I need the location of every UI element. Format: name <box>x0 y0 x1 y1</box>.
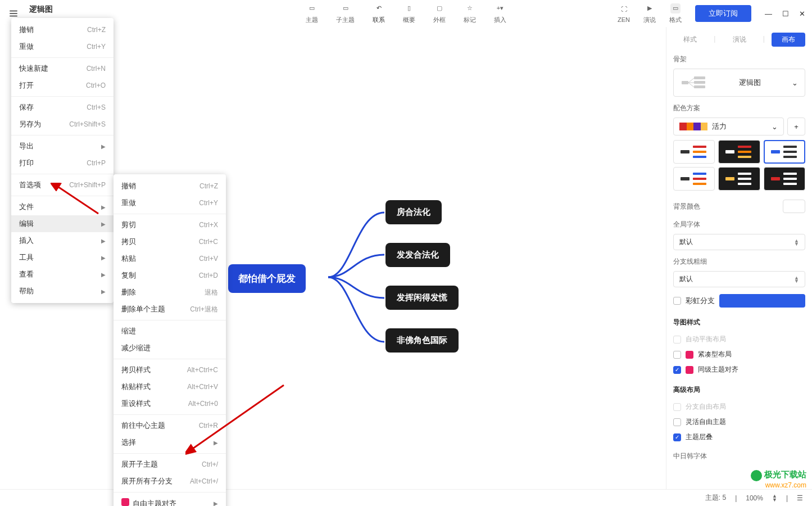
submenu-expandall[interactable]: 展开所有子分支Alt+Ctrl+/ <box>114 473 226 490</box>
menu-insert[interactable]: 插入▶ <box>11 232 114 249</box>
svg-rect-32 <box>771 177 780 180</box>
menu-saveas[interactable]: 另存为Ctrl+Shift+S <box>11 116 114 133</box>
menu-edit[interactable]: 编辑▶ <box>11 215 114 232</box>
theme-thumb-6[interactable] <box>764 167 805 191</box>
submenu-paste[interactable]: 粘贴Ctrl+V <box>114 250 226 267</box>
status-topics: 主题: 5 <box>705 493 726 503</box>
relation-icon: ↶ <box>374 3 384 13</box>
submenu-freealign[interactable]: 自由主题对齐▶ <box>114 495 226 506</box>
menu-file[interactable]: 文件▶ <box>11 198 114 215</box>
flexfree-checkbox[interactable] <box>673 418 681 426</box>
toolbar-insert[interactable]: +▾插入 <box>494 3 506 24</box>
theme-thumb-4[interactable] <box>673 167 715 191</box>
branchwidth-select[interactable]: 默认▲▼ <box>673 271 805 287</box>
menu-redo[interactable]: 重做Ctrl+Y <box>11 38 114 55</box>
toolbar-marker[interactable]: ☆标记 <box>464 3 476 24</box>
menu-preferences[interactable]: 首选项Ctrl+Shift+P <box>11 177 114 193</box>
compact-row[interactable]: 紧凑型布局 <box>673 347 805 362</box>
submenu-outdent[interactable]: 减少缩进 <box>114 340 226 356</box>
overlap-checkbox[interactable]: ✓ <box>673 433 681 441</box>
toolbar-right: ⛶ZEN ▶演说 ▭格式 立即订阅 — ☐ ✕ <box>618 3 805 24</box>
submenu-pastestyle[interactable]: 粘贴样式Alt+Ctrl+V <box>114 378 226 395</box>
branchfree-row[interactable]: 分支自由布局 <box>673 399 805 414</box>
watermark-icon <box>751 470 762 481</box>
menu-view[interactable]: 查看▶ <box>11 266 114 283</box>
menu-open[interactable]: 打开Ctrl+O <box>11 77 114 94</box>
submenu-undo[interactable]: 撤销Ctrl+Z <box>114 178 226 195</box>
flexfree-row[interactable]: 灵活自由主题 <box>673 414 805 430</box>
submenu-expandsub[interactable]: 展开子主题Ctrl+/ <box>114 456 226 473</box>
subtopic-icon: ▭ <box>341 3 351 13</box>
tab-canvas[interactable]: 画布 <box>772 33 805 47</box>
submenu-copystyle[interactable]: 拷贝样式Alt+Ctrl+C <box>114 362 226 378</box>
tab-style[interactable]: 样式 <box>673 33 707 47</box>
svg-rect-22 <box>783 151 797 153</box>
status-zoom[interactable]: 100% <box>746 494 763 502</box>
menu-export[interactable]: 导出▶ <box>11 138 114 155</box>
skeleton-preview-icon <box>681 75 707 91</box>
toolbar-boundary[interactable]: ▢外框 <box>433 3 446 24</box>
menu-save[interactable]: 保存Ctrl+S <box>11 99 114 116</box>
submenu-cut[interactable]: 剪切Ctrl+X <box>114 216 226 233</box>
samelevel-checkbox[interactable]: ✓ <box>673 366 681 374</box>
submenu-deletesingle[interactable]: 删除单个主题Ctrl+退格 <box>114 301 226 318</box>
compact-checkbox[interactable] <box>673 351 681 359</box>
close-button[interactable]: ✕ <box>799 10 805 18</box>
bgcolor-swatch[interactable] <box>783 200 805 213</box>
child-topic-4[interactable]: 非佛角色国际 <box>385 328 459 353</box>
submenu-delete[interactable]: 删除退格 <box>114 284 226 301</box>
tab-present[interactable]: 演说 <box>722 33 756 47</box>
submenu-copy[interactable]: 拷贝Ctrl+C <box>114 233 226 250</box>
submenu-redo[interactable]: 重做Ctrl+Y <box>114 195 226 211</box>
colorscheme-select[interactable]: 活力 ⌄ <box>673 118 784 135</box>
autobalance-row[interactable]: 自动平衡布局 <box>673 332 805 347</box>
submenu-gotocenter[interactable]: 前往中心主题Ctrl+R <box>114 417 226 434</box>
menu-print[interactable]: 打印Ctrl+P <box>11 155 114 171</box>
chevron-right-icon: ▶ <box>101 272 106 278</box>
subscribe-button[interactable]: 立即订阅 <box>695 5 751 22</box>
samelevel-row[interactable]: ✓同级主题对齐 <box>673 362 805 377</box>
svg-rect-16 <box>725 150 734 153</box>
theme-thumb-2[interactable] <box>718 140 760 164</box>
menu-undo[interactable]: 撤销Ctrl+Z <box>11 21 114 38</box>
submenu-duplicate[interactable]: 复制Ctrl+D <box>114 267 226 284</box>
child-topic-1[interactable]: 房合法化 <box>385 200 442 224</box>
zoom-updown-icon[interactable]: ▲▼ <box>772 494 777 502</box>
add-scheme-button[interactable]: + <box>787 118 805 135</box>
pro-icon <box>686 351 693 359</box>
submenu-select[interactable]: 选择▶ <box>114 434 226 451</box>
submenu-indent[interactable]: 缩进 <box>114 323 226 340</box>
svg-rect-17 <box>738 146 751 148</box>
minimize-button[interactable]: — <box>765 10 772 18</box>
skeleton-select[interactable]: 逻辑图 ⌄ <box>673 69 805 97</box>
outline-icon[interactable]: ☰ <box>797 494 803 502</box>
zen-icon: ⛶ <box>619 4 629 14</box>
toolbar-format[interactable]: ▭格式 <box>669 3 682 24</box>
menu-quicknew[interactable]: 快速新建Ctrl+N <box>11 60 114 77</box>
toolbar-summary[interactable]: ▯概要 <box>403 3 415 24</box>
submenu-resetstyle[interactable]: 重设样式Alt+Ctrl+0 <box>114 395 226 412</box>
theme-thumb-3[interactable] <box>764 140 805 164</box>
toolbar-present[interactable]: ▶演说 <box>643 3 656 24</box>
svg-rect-33 <box>783 173 797 175</box>
theme-thumb-1[interactable] <box>673 140 715 164</box>
toolbar-subtopic[interactable]: ▭子主题 <box>336 3 355 24</box>
overlap-row[interactable]: ✓主题层叠 <box>673 430 805 445</box>
toolbar-zen[interactable]: ⛶ZEN <box>618 4 630 23</box>
child-topic-2[interactable]: 发发合法化 <box>385 243 450 267</box>
menu-help[interactable]: 帮助▶ <box>11 283 114 300</box>
svg-rect-14 <box>693 151 706 153</box>
rainbow-checkbox[interactable] <box>673 297 681 305</box>
central-topic[interactable]: 都怕借个屁发 <box>228 264 306 293</box>
rainbow-label: 彩虹分支 <box>686 296 715 306</box>
menu-button[interactable] <box>0 8 27 19</box>
toolbar-relation[interactable]: ↶联系 <box>373 3 385 24</box>
maximize-button[interactable]: ☐ <box>782 10 789 18</box>
globalfont-select[interactable]: 默认▲▼ <box>673 234 805 250</box>
menu-tools[interactable]: 工具▶ <box>11 249 114 266</box>
toolbar-topic[interactable]: ▭主题 <box>306 3 318 24</box>
child-topic-3[interactable]: 发挥闲得发慌 <box>385 286 459 310</box>
theme-thumb-5[interactable] <box>718 167 760 191</box>
rainbow-preview[interactable] <box>719 294 805 308</box>
chevron-right-icon: ▶ <box>214 440 218 446</box>
